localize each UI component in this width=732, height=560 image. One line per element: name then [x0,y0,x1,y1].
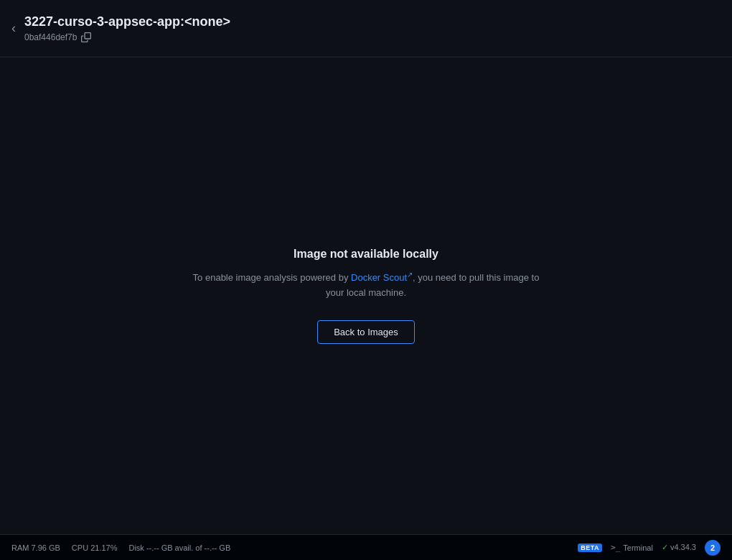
checkmark-icon: ✓ [662,543,668,551]
not-available-description: To enable image analysis powered by Dock… [187,269,545,301]
terminal-label: Terminal [623,543,653,552]
cpu-status: CPU 21.17% [72,543,118,552]
terminal-prompt: >_ [611,543,620,552]
back-to-images-button[interactable]: Back to Images [317,320,415,344]
main-content: Image not available locally To enable im… [0,57,732,534]
header-subtitle: 0baf446def7b [24,32,230,42]
page-title: 3227-curso-3-appsec-app:<none> [24,14,230,29]
version-number: v4.34.3 [670,543,696,551]
terminal-section[interactable]: >_ Terminal [611,543,653,552]
version-label: ✓ v4.34.3 [662,543,696,552]
notification-bell[interactable]: 2 [705,540,721,556]
beta-badge: BETA [578,543,602,552]
header: ‹ 3227-curso-3-appsec-app:<none> 0baf446… [0,0,732,57]
not-available-title: Image not available locally [294,248,438,261]
back-chevron-icon[interactable]: ‹ [11,21,16,36]
status-right: BETA >_ Terminal ✓ v4.34.3 2 [578,540,721,556]
header-info: 3227-curso-3-appsec-app:<none> 0baf446de… [24,14,230,42]
docker-scout-link[interactable]: Docker Scout↗ [351,272,413,283]
image-id: 0baf446def7b [24,32,77,42]
copy-icon[interactable] [81,32,91,42]
external-link-icon: ↗ [407,271,413,279]
disk-status: Disk --.-- GB avail. of --.-- GB [128,543,230,552]
desc-text-before: To enable image analysis powered by [193,272,351,283]
status-bar: RAM 7.96 GB CPU 21.17% Disk --.-- GB ava… [0,534,732,560]
status-left: RAM 7.96 GB CPU 21.17% Disk --.-- GB ava… [11,543,230,552]
ram-status: RAM 7.96 GB [11,543,60,552]
